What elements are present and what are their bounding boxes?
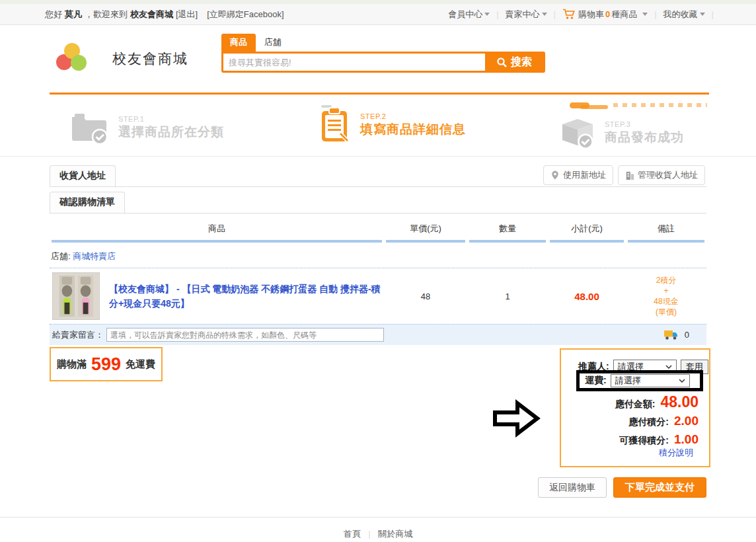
checkout-button[interactable]: 下單完成並支付	[613, 477, 706, 498]
item-quantity: 1	[467, 291, 548, 301]
column-header-note: 備註	[626, 219, 706, 240]
footer-home-link[interactable]: 首頁	[344, 529, 361, 539]
tab-confirm-cart[interactable]: 確認購物清單	[50, 192, 125, 213]
divider: |	[654, 9, 656, 19]
amount-due-label: 應付金額:	[615, 399, 656, 410]
item-unit-price: 48	[384, 291, 467, 301]
back-to-cart-button[interactable]: 返回購物車	[538, 477, 607, 498]
logout-link[interactable]: [退出]	[176, 9, 198, 20]
amount-due-row: 應付金額: 48.00	[615, 393, 699, 411]
cart-count: 0	[605, 9, 610, 19]
location-pin-icon	[550, 170, 560, 181]
clipboard-edit-icon	[319, 106, 354, 144]
black-arrow-right-annotation	[490, 398, 542, 439]
seller-message-label: 給賣家留言：	[52, 329, 104, 341]
points-earn-row: 可獲得積分: 1.00	[619, 432, 699, 447]
seller-message-row: 給賣家留言： 0	[50, 325, 706, 345]
chevron-down-icon	[665, 365, 672, 369]
site-name-text: 校友會商城	[130, 9, 173, 20]
note-line: 48現金	[654, 296, 678, 307]
favorites-menu[interactable]: 我的收藏	[663, 9, 705, 20]
username: 莫凡	[65, 9, 82, 20]
checkout-page: 您好 莫凡 ，歡迎來到 校友會商城 [退出] [立即綁定Facebook] 會員…	[0, 0, 756, 542]
tab-recipient-address[interactable]: 收貨人地址	[50, 165, 116, 187]
chevron-down-icon	[700, 13, 705, 16]
cart-item-row: 【校友會商城】 - 【日式 電動奶泡器 不銹鋼打蛋器 自動 攪拌器-積分+現金只…	[50, 268, 706, 325]
note-line: 2積分	[656, 275, 677, 286]
product-title-link[interactable]: 【校友會商城】 - 【日式 電動奶泡器 不銹鋼打蛋器 自動 攪拌器-積分+現金只…	[109, 282, 381, 311]
search-box: 搜索	[221, 52, 545, 73]
points-earn-value: 1.00	[674, 432, 699, 447]
seller-center-label: 賣家中心	[506, 9, 540, 20]
footer-about-link[interactable]: 關於商城	[378, 529, 412, 539]
header-underlines	[50, 240, 706, 243]
greeting-text: 您好	[45, 9, 62, 20]
points-info-link[interactable]: 積分說明	[659, 447, 693, 459]
note-line: (單價)	[656, 307, 677, 317]
favorites-label: 我的收藏	[663, 9, 698, 20]
search-tabs: 商品 店舖	[221, 34, 545, 52]
member-center-menu[interactable]: 會員中心	[448, 9, 490, 20]
greeting-area: 您好 莫凡 ，歡迎來到 校友會商城 [退出] [立即綁定Facebook]	[45, 9, 284, 20]
greeting-welcome: ，歡迎來到	[85, 9, 128, 20]
cart-suffix: 種商品	[611, 9, 637, 20]
shipping-selected-value: 請選擇	[615, 375, 641, 387]
bind-facebook-link[interactable]: [立即綁定Facebook]	[207, 9, 284, 20]
steps-bar: STEP.1 選擇商品所在分類 STEP.2 填寫商品詳細信息	[0, 95, 756, 157]
shipping-fee-highlight-annotation: 運費: 請選擇	[576, 370, 703, 391]
step-label: 商品發布成功	[605, 129, 684, 146]
top-bar: 您好 莫凡 ，歡迎來到 校友會商城 [退出] [立即綁定Facebook] 會員…	[0, 4, 756, 25]
manage-address-label: 管理收貨人地址	[638, 169, 698, 181]
seller-center-menu[interactable]: 賣家中心	[506, 9, 547, 20]
chevron-down-icon	[679, 379, 685, 383]
building-icon	[625, 171, 634, 180]
package-check-icon	[557, 116, 598, 150]
free-shipping-box: 購物滿 599 免運費	[50, 347, 163, 381]
decorative-orange-blob	[580, 105, 608, 109]
step-number: STEP.3	[605, 120, 684, 128]
store-label: 店舖:	[51, 251, 71, 261]
divider: |	[554, 9, 556, 19]
logo-circle-green	[71, 55, 87, 71]
shipping-indicator: 0	[663, 329, 689, 340]
free-shipping-amount: 599	[91, 354, 121, 375]
use-new-address-label: 使用新地址	[563, 169, 606, 181]
manage-address-button[interactable]: 管理收貨人地址	[618, 165, 705, 185]
site-logo[interactable]	[56, 43, 88, 75]
footer: 首頁 | 關於商城	[0, 517, 756, 540]
chevron-down-icon	[642, 13, 648, 16]
address-tab-row: 收貨人地址 使用新地址 管理收貨人地址	[50, 157, 706, 187]
points-earn-label: 可獲得積分:	[619, 435, 669, 447]
search-button[interactable]: 搜索	[485, 54, 543, 71]
address-buttons: 使用新地址 管理收貨人地址	[543, 165, 705, 185]
cart-icon	[562, 9, 576, 20]
search-button-label: 搜索	[511, 56, 532, 69]
seller-message-input[interactable]	[106, 328, 384, 342]
decorative-orange-dashes	[613, 103, 707, 107]
free-shipping-prefix: 購物滿	[57, 358, 87, 371]
cart-label: 購物車	[578, 9, 604, 20]
store-link[interactable]: 商城特賣店	[73, 251, 116, 261]
column-header-quantity: 數量	[467, 219, 548, 240]
product-image[interactable]	[52, 272, 100, 320]
step-1: STEP.1 選擇商品所在分類	[69, 110, 224, 145]
magnifier-icon	[496, 57, 508, 68]
step-number: STEP.1	[118, 115, 224, 123]
use-new-address-button[interactable]: 使用新地址	[543, 165, 613, 185]
amount-due-value: 48.00	[660, 393, 699, 411]
note-line: +	[663, 286, 668, 296]
truck-icon	[663, 329, 678, 340]
action-buttons: 返回購物車 下單完成並支付	[50, 477, 706, 498]
member-center-label: 會員中心	[448, 9, 482, 20]
search-tab-store[interactable]: 店舖	[256, 34, 290, 52]
search-input[interactable]	[223, 54, 485, 71]
site-title[interactable]: 校友會商城	[112, 50, 188, 68]
search-tab-product[interactable]: 商品	[221, 34, 256, 52]
cart-table-header: 商品 單價(元) 數量 小計(元) 備註	[50, 219, 706, 243]
confirm-tab-row: 確認購物清單	[50, 187, 706, 213]
free-shipping-suffix: 免運費	[126, 358, 155, 371]
shipping-fee-select[interactable]: 請選擇	[611, 374, 690, 387]
shipping-fee-label: 運費:	[585, 375, 607, 387]
folder-check-icon	[69, 110, 112, 145]
cart-menu[interactable]: 購物車 0 種商品	[562, 9, 648, 20]
